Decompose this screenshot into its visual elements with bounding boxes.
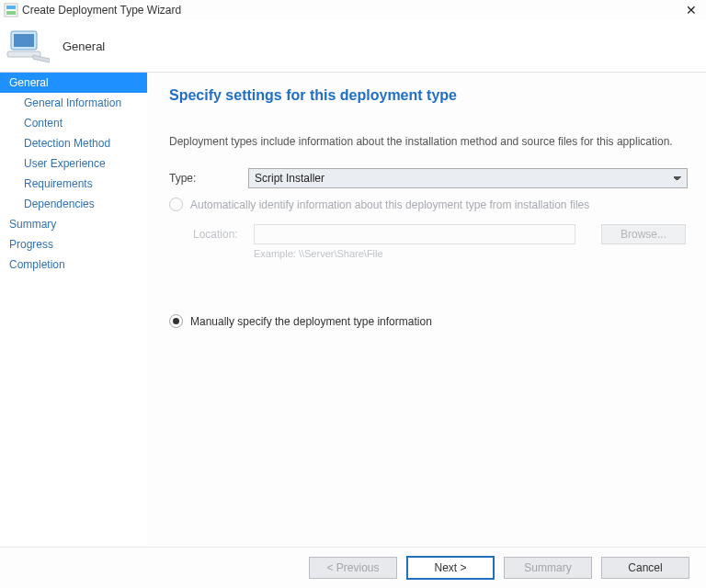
nav-item-content[interactable]: Content bbox=[0, 113, 147, 133]
nav-label: Content bbox=[24, 117, 63, 130]
content: Specify settings for this deployment typ… bbox=[147, 73, 706, 547]
nav-label: General bbox=[9, 76, 49, 89]
nav-item-user-experience[interactable]: User Experience bbox=[0, 153, 147, 174]
nav-item-general[interactable]: General bbox=[0, 73, 147, 93]
banner: General bbox=[0, 20, 706, 72]
svg-marker-6 bbox=[33, 55, 50, 62]
description: Deployment types include information abo… bbox=[169, 135, 688, 148]
summary-button: Summary bbox=[504, 557, 592, 579]
nav-item-summary[interactable]: Summary bbox=[0, 214, 147, 234]
nav-item-requirements[interactable]: Requirements bbox=[0, 174, 147, 194]
close-icon[interactable]: ✕ bbox=[680, 3, 702, 17]
nav-label: Detection Method bbox=[24, 137, 110, 150]
nav-item-progress[interactable]: Progress bbox=[0, 234, 147, 254]
type-label: Type: bbox=[169, 172, 248, 185]
titlebar: Create Deployment Type Wizard ✕ bbox=[0, 0, 706, 20]
type-select[interactable]: Script Installer bbox=[248, 168, 688, 188]
body: General General Information Content Dete… bbox=[0, 73, 706, 547]
svg-rect-1 bbox=[6, 6, 16, 9]
wizard-nav: General General Information Content Dete… bbox=[0, 73, 147, 547]
nav-label: Summary bbox=[9, 218, 56, 231]
titlebar-left: Create Deployment Type Wizard bbox=[4, 3, 181, 17]
nav-label: Requirements bbox=[24, 177, 93, 190]
previous-button: < Previous bbox=[309, 557, 397, 579]
footer: < Previous Next > Summary Cancel bbox=[0, 547, 706, 588]
type-row: Type: Script Installer bbox=[169, 168, 688, 188]
nav-label: Dependencies bbox=[24, 198, 95, 210]
location-input bbox=[254, 224, 575, 244]
wizard-window: Create Deployment Type Wizard ✕ General … bbox=[0, 0, 706, 588]
auto-identify-radio: Automatically identify information about… bbox=[169, 198, 688, 211]
banner-title: General bbox=[63, 40, 105, 53]
nav-item-dependencies[interactable]: Dependencies bbox=[0, 194, 147, 214]
location-example: Example: \\Server\Share\File bbox=[254, 248, 688, 259]
location-group: Location: Browse... Example: \\Server\Sh… bbox=[193, 224, 688, 259]
location-label: Location: bbox=[193, 228, 248, 241]
radio-icon bbox=[169, 314, 183, 328]
nav-item-general-information[interactable]: General Information bbox=[0, 93, 147, 113]
nav-label: User Experience bbox=[24, 157, 106, 170]
location-row: Location: Browse... bbox=[193, 224, 688, 244]
svg-rect-4 bbox=[14, 34, 34, 47]
radio-icon bbox=[169, 198, 183, 211]
next-button[interactable]: Next > bbox=[406, 556, 495, 580]
cancel-button[interactable]: Cancel bbox=[601, 557, 689, 579]
browse-button: Browse... bbox=[601, 224, 686, 244]
auto-identify-label: Automatically identify information about… bbox=[190, 198, 589, 211]
app-icon bbox=[4, 3, 18, 17]
nav-label: General Information bbox=[24, 96, 121, 109]
nav-item-completion[interactable]: Completion bbox=[0, 254, 147, 275]
nav-label: Progress bbox=[9, 238, 53, 251]
page-heading: Specify settings for this deployment typ… bbox=[169, 87, 688, 104]
computer-icon bbox=[6, 28, 50, 64]
manual-specify-radio[interactable]: Manually specify the deployment type inf… bbox=[169, 314, 688, 328]
nav-label: Completion bbox=[9, 258, 65, 271]
window-title: Create Deployment Type Wizard bbox=[22, 4, 181, 17]
svg-rect-2 bbox=[6, 11, 16, 15]
nav-item-detection-method[interactable]: Detection Method bbox=[0, 133, 147, 153]
manual-specify-label: Manually specify the deployment type inf… bbox=[190, 315, 432, 328]
form-area: Deployment types include information abo… bbox=[169, 135, 688, 537]
